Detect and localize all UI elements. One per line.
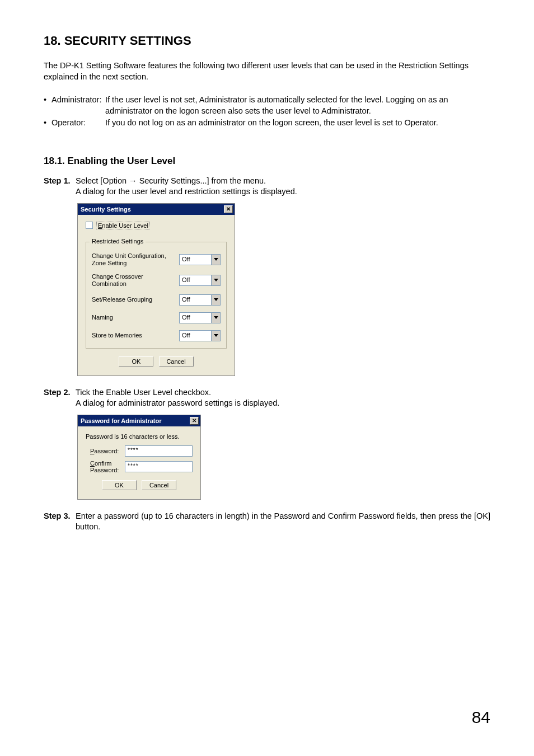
enable-user-level-label: Enable User Level [96, 222, 150, 229]
setting-row-grouping: Set/Release Grouping Off [92, 294, 221, 306]
level-definition-administrator: • Administrator: If the user level is no… [44, 95, 490, 116]
confirm-password-input[interactable]: **** [125, 461, 193, 472]
step-body: Enter a password (up to 16 characters in… [76, 511, 490, 533]
setting-label: Set/Release Grouping [92, 296, 179, 303]
setting-label: Naming [92, 314, 179, 321]
setting-dropdown[interactable]: Off [179, 294, 221, 306]
dialog-button-row: OK Cancel [86, 355, 227, 369]
enable-user-level-row: Enable User Level [86, 222, 227, 229]
intro-paragraph: The DP-K1 Setting Software features the … [44, 60, 490, 82]
step-2: Step 2. Tick the Enable User Level check… [44, 387, 490, 409]
dialog-title: Security Settings [81, 206, 131, 213]
level-definition-operator: • Operator: If you do not log on as an a… [44, 118, 490, 129]
subsection-heading: 18.1. Enabling the User Level [44, 156, 490, 167]
close-icon[interactable]: ✕ [224, 205, 233, 213]
step-2-line-2: A dialog for administrator password sett… [76, 398, 490, 409]
step-1-line-2: A dialog for the user level and restrict… [76, 186, 490, 198]
password-dialog: Password for Administrator ✕ Password is… [77, 415, 201, 500]
ok-button[interactable]: OK [119, 356, 153, 367]
bullet: • [44, 118, 51, 129]
security-settings-dialog: Security Settings ✕ Enable User Level Re… [77, 203, 235, 376]
close-icon[interactable]: ✕ [190, 417, 199, 425]
password-label: Password: [90, 448, 125, 454]
cancel-button[interactable]: Cancel [142, 480, 176, 490]
setting-label: Change Unit Configuration, Zone Setting [92, 252, 179, 266]
setting-label: Change Crossover Combination [92, 273, 179, 287]
dialog-titlebar: Security Settings ✕ [78, 204, 235, 215]
step-label: Step 3. [44, 511, 76, 533]
password-input[interactable]: **** [125, 445, 193, 457]
chevron-down-icon[interactable] [211, 255, 220, 265]
step-label: Step 1. [44, 176, 76, 198]
chevron-down-icon[interactable] [211, 275, 220, 285]
term-administrator: Administrator: [51, 95, 105, 116]
cancel-button[interactable]: Cancel [159, 356, 194, 367]
ok-button[interactable]: OK [102, 480, 137, 490]
setting-dropdown[interactable]: Off [179, 275, 221, 286]
confirm-password-label: Confirm Password: [90, 460, 125, 473]
confirm-password-row: Confirm Password: **** [90, 460, 193, 473]
setting-dropdown[interactable]: Off [179, 254, 221, 265]
step-1: Step 1. Select [Option → Security Settin… [44, 176, 490, 198]
dropdown-value: Off [180, 313, 211, 323]
step-1-line-1: Select [Option → Security Settings...] f… [76, 176, 490, 187]
setting-dropdown[interactable]: Off [179, 312, 221, 323]
page-number: 84 [472, 708, 490, 727]
term-operator: Operator: [51, 118, 105, 129]
chevron-down-icon[interactable] [211, 295, 220, 305]
enable-user-level-checkbox[interactable] [86, 222, 93, 229]
dropdown-value: Off [180, 295, 211, 305]
dialog-button-row: OK Cancel [86, 479, 193, 492]
section-heading: 18. SECURITY SETTINGS [44, 34, 490, 48]
def-operator: If you do not log on as an administrator… [105, 118, 490, 129]
chevron-down-icon[interactable] [211, 313, 220, 323]
step-2-line-1: Tick the Enable User Level checkbox. [76, 387, 490, 398]
dropdown-value: Off [180, 255, 211, 265]
password-row: Password: **** [90, 445, 193, 457]
dialog-titlebar: Password for Administrator ✕ [78, 415, 200, 426]
setting-row-crossover: Change Crossover Combination Off [92, 273, 221, 287]
step-body: Tick the Enable User Level checkbox. A d… [76, 387, 490, 409]
step-label: Step 2. [44, 387, 76, 409]
step-3: Step 3. Enter a password (up to 16 chara… [44, 511, 490, 533]
password-hint: Password is 16 characters or less. [86, 433, 193, 440]
setting-row-change-unit: Change Unit Configuration, Zone Setting … [92, 252, 221, 266]
dropdown-value: Off [180, 275, 211, 285]
step-body: Select [Option → Security Settings...] f… [76, 176, 490, 198]
dialog-title: Password for Administrator [81, 417, 161, 424]
group-legend: Restricted Settings [90, 238, 146, 245]
bullet: • [44, 95, 51, 116]
setting-label: Store to Memories [92, 332, 179, 339]
chevron-down-icon[interactable] [211, 331, 220, 341]
def-administrator: If the user level is not set, Administra… [105, 95, 490, 116]
setting-row-store: Store to Memories Off [92, 330, 221, 341]
setting-row-naming: Naming Off [92, 312, 221, 323]
restricted-settings-group: Restricted Settings Change Unit Configur… [86, 242, 227, 349]
setting-dropdown[interactable]: Off [179, 330, 221, 341]
dropdown-value: Off [180, 331, 211, 341]
